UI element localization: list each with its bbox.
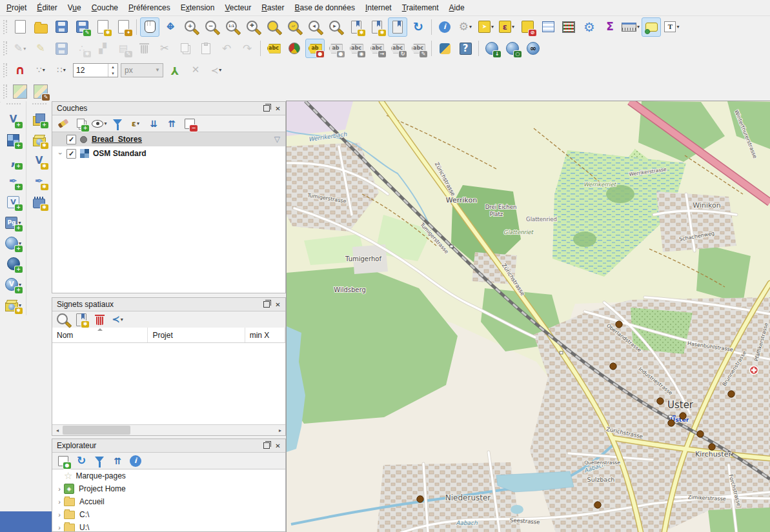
expander-icon[interactable]: › xyxy=(55,485,64,493)
remove-layer-group-button[interactable]: − xyxy=(181,115,198,132)
float-panel-button[interactable] xyxy=(261,300,271,310)
statistical-summary-button[interactable]: Σ xyxy=(600,17,620,37)
project-new-button[interactable] xyxy=(10,17,30,37)
osm-place-search-button[interactable]: ○ xyxy=(503,39,522,58)
expander-icon[interactable]: › xyxy=(57,149,65,158)
measure-line-button[interactable]: ▾ xyxy=(621,17,640,37)
vertex-tool-button[interactable]: ▞ xyxy=(93,39,112,58)
close-panel-button[interactable]: ✕ xyxy=(273,300,283,310)
add-spatial-bookmark-button[interactable]: ✱ xyxy=(73,311,90,328)
layer-name[interactable]: Bread_Stores xyxy=(92,135,142,144)
refresh-map-button[interactable]: ↻ xyxy=(409,17,428,37)
help-contents-button[interactable]: ? xyxy=(456,39,475,58)
open-data-source-manager-button[interactable]: + xyxy=(30,110,49,129)
add-selected-layers-button[interactable]: ● xyxy=(55,453,72,469)
browser-item-marque-pages[interactable]: ☆Marque-pages xyxy=(52,469,285,482)
save-layer-edits-button[interactable] xyxy=(52,39,71,58)
expand-all-button[interactable]: ⇊ xyxy=(145,115,162,132)
layer-checkbox[interactable]: ✓ xyxy=(66,135,76,144)
filter-legend-by-expression-button[interactable]: ε▾ xyxy=(127,115,144,132)
close-panel-button[interactable]: ✕ xyxy=(273,441,283,451)
open-attribute-table-button[interactable] xyxy=(538,17,558,37)
menu-pr-f-rences[interactable]: Préférences xyxy=(123,1,176,14)
project-open-button[interactable] xyxy=(31,17,50,37)
browser-item-accueil[interactable]: ›Accueil xyxy=(52,495,285,508)
layer-filter-indicator-icon[interactable]: ▽ xyxy=(274,135,280,144)
delete-spatial-bookmark-button[interactable] xyxy=(91,311,108,328)
zoom-last-button[interactable]: ◂ xyxy=(305,17,325,37)
zoom-to-bookmark-button[interactable] xyxy=(55,311,72,328)
new-spatialite-layer-button[interactable]: ✒✱ xyxy=(30,172,49,191)
layer-labeling-options-button[interactable]: abc xyxy=(264,39,283,58)
project-save-as-button[interactable]: ✎ xyxy=(72,17,92,37)
project-save-button[interactable] xyxy=(52,17,71,37)
osm-edit-map-data-button[interactable]: ✎ xyxy=(31,82,50,101)
dropdown-arrow-icon[interactable]: ▾ xyxy=(219,67,221,73)
dropdown-arrow-icon[interactable]: ▾ xyxy=(104,121,106,126)
show-spatial-bookmarks-button[interactable]: ✱ xyxy=(367,17,387,37)
scroll-right-arrow[interactable]: ▸ xyxy=(275,428,285,433)
toolbar-grip[interactable] xyxy=(3,63,8,77)
new-temporary-scratch-layer-button[interactable]: ✱ xyxy=(30,192,49,212)
snapping-on-intersection-button[interactable]: ✕ xyxy=(186,61,205,80)
pan-to-selection-button[interactable] xyxy=(161,17,180,37)
highlight-pinned-labels-button[interactable]: ab● xyxy=(326,39,345,58)
float-panel-button[interactable] xyxy=(261,441,271,451)
toolbar-grip[interactable] xyxy=(3,84,8,99)
bread-store-point[interactable] xyxy=(728,391,735,397)
new-geopackage-layer-button[interactable]: ✱ xyxy=(30,130,49,150)
zoom-native-button[interactable]: 1:1 xyxy=(223,17,242,37)
menu-base-de-donn-es[interactable]: Base de données xyxy=(290,1,360,14)
bread-store-point[interactable] xyxy=(680,413,686,419)
layer-row-bread-stores[interactable]: ✓Bread_Stores▽ xyxy=(52,132,285,146)
bread-store-point[interactable] xyxy=(417,496,423,502)
dropdown-arrow-icon[interactable]: ▾ xyxy=(469,24,472,30)
enable-tracing-button[interactable]: ≺▾ xyxy=(207,61,226,80)
expander-icon[interactable]: › xyxy=(55,524,64,531)
expander-icon[interactable]: › xyxy=(55,511,64,518)
close-panel-button[interactable]: ✕ xyxy=(273,104,283,113)
show-hide-labels-button[interactable]: abc◉ xyxy=(347,39,366,58)
add-delimited-text-layer-button[interactable]: ,+ xyxy=(4,151,23,170)
bread-store-point[interactable] xyxy=(668,420,674,426)
run-feature-action-button[interactable]: ⚙▾ xyxy=(456,17,475,37)
zoom-in-button[interactable]: + xyxy=(181,17,201,37)
map-canvas[interactable]: WerrikerbachWerrikonDrei EichenPlatzGlat… xyxy=(286,101,770,532)
processing-toolbox-button[interactable]: ⚙ xyxy=(580,17,599,37)
filter-browser-button[interactable] xyxy=(91,453,108,469)
python-console-button[interactable] xyxy=(435,39,454,58)
pan-map-button[interactable] xyxy=(140,17,159,37)
snapping-units-combo[interactable]: px▼ xyxy=(121,63,163,77)
add-arcgis-rest-layer-button[interactable]: ✱▾ xyxy=(4,295,23,315)
new-print-layout-button[interactable]: ✱ xyxy=(93,17,112,37)
menu-aide[interactable]: Aide xyxy=(444,1,470,14)
add-group-button[interactable]: + xyxy=(73,115,90,132)
add-wms-layer-button[interactable]: +▾ xyxy=(4,233,23,253)
add-postgis-layer-button[interactable]: Pg+▾ xyxy=(4,213,23,232)
dropdown-arrow-icon[interactable]: ▾ xyxy=(121,317,123,322)
new-spatial-bookmark-button[interactable]: ✱ xyxy=(347,17,366,37)
layer-diagram-options-button[interactable] xyxy=(285,39,304,58)
add-spatialite-layer-button[interactable]: ✒+ xyxy=(4,172,23,191)
open-layer-styling-panel-button[interactable] xyxy=(55,115,72,132)
layers-panel-titlebar[interactable]: Couches ✕ xyxy=(52,102,285,115)
expander-icon[interactable]: › xyxy=(55,498,64,506)
bookmarks-table-header[interactable]: NomProjetmin X xyxy=(52,328,285,343)
zoom-full-button[interactable]: ✚ xyxy=(243,17,263,37)
bread-store-point[interactable] xyxy=(697,431,704,437)
toolbar-grip[interactable] xyxy=(3,41,8,55)
spinner-arrows[interactable]: ▲▼ xyxy=(108,64,117,77)
bread-store-point[interactable] xyxy=(709,444,715,450)
map-tips-button[interactable] xyxy=(642,17,661,37)
menu--diter[interactable]: Éditer xyxy=(32,1,62,14)
bread-store-point[interactable] xyxy=(594,502,601,508)
current-edits-button[interactable]: ✎▾ xyxy=(10,39,30,58)
dropdown-arrow-icon[interactable]: ▾ xyxy=(637,24,640,30)
add-wcs-layer-button[interactable]: + xyxy=(4,254,23,273)
toggle-editing-button[interactable]: ✎ xyxy=(31,39,50,58)
pin-unpin-labels-button[interactable]: ab● xyxy=(305,39,325,58)
menu-projet[interactable]: Projet xyxy=(1,1,32,14)
layer-name[interactable]: OSM Standard xyxy=(93,149,147,158)
deselect-features-button[interactable]: ⊘ xyxy=(518,17,537,37)
select-features-button[interactable]: ➤▾ xyxy=(476,17,496,37)
